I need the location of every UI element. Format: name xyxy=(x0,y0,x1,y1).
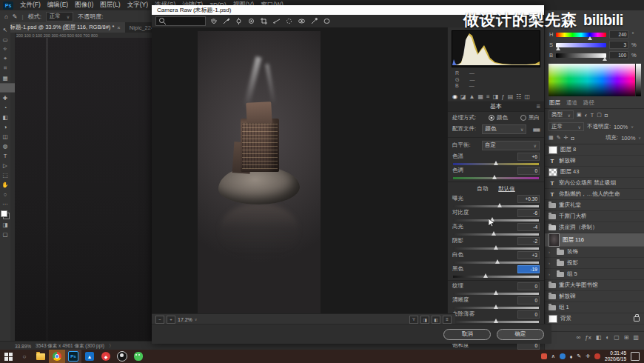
tab-detail-icon[interactable]: ▲ xyxy=(469,93,475,100)
tray-app-icon[interactable] xyxy=(541,353,547,359)
menu-layer[interactable]: 图层(L) xyxy=(100,1,120,10)
tab-tone-curve-icon[interactable]: ◪ xyxy=(460,93,466,100)
slider-track[interactable] xyxy=(453,163,539,165)
tab-channels[interactable]: 通道 xyxy=(566,99,577,107)
lock-position-icon[interactable]: ✛ xyxy=(564,135,568,141)
adjustment-brush-icon[interactable] xyxy=(309,16,319,27)
layer-row[interactable]: ›投影 xyxy=(545,258,644,269)
marquee-tool[interactable]: ▭ xyxy=(1,35,10,44)
quick-mask-icon[interactable]: ◨ xyxy=(1,220,10,229)
lock-pixels-icon[interactable]: ✎ xyxy=(557,135,561,141)
edit-toolbar-icon[interactable]: ⋯ xyxy=(1,199,10,208)
layer-row[interactable]: 图层 43 xyxy=(545,167,644,178)
slider-track[interactable] xyxy=(453,205,539,207)
color-sampler-icon[interactable] xyxy=(233,16,244,27)
slider-value[interactable]: 0 xyxy=(517,310,540,319)
tab-split-toning-icon[interactable]: ≡ xyxy=(486,93,490,100)
slider-value[interactable]: -6 xyxy=(517,209,540,217)
taskbar-photos[interactable]: ▲ xyxy=(81,350,98,363)
layer-row[interactable]: ›组 5 xyxy=(545,269,644,280)
swap-views-button[interactable]: ◧ xyxy=(432,316,440,324)
type-tool[interactable]: T xyxy=(1,151,10,160)
color-spectrum[interactable] xyxy=(549,64,641,96)
slider-track[interactable] xyxy=(453,247,539,250)
slider-track[interactable] xyxy=(453,233,539,236)
blend-mode-select[interactable]: 正常∨ xyxy=(549,122,584,131)
layer-row[interactable]: 千厮门大桥 xyxy=(545,211,644,222)
tray-mic-icon[interactable]: ♦ xyxy=(570,354,573,359)
slider-value[interactable]: 0 xyxy=(517,282,540,290)
healing-tool[interactable]: ✚ xyxy=(1,93,10,102)
tab-effects-icon[interactable]: ƒ xyxy=(501,93,504,100)
slider-value[interactable]: +6 xyxy=(517,153,540,161)
white-balance-eyedropper-icon[interactable] xyxy=(221,16,231,27)
zoom-percent[interactable]: 33.89% xyxy=(15,344,31,349)
targeted-adjustment-icon[interactable] xyxy=(246,16,256,27)
screen-mode-icon[interactable]: ▢ xyxy=(1,230,10,239)
before-after-button[interactable]: ◨ xyxy=(420,316,429,324)
slider-track[interactable] xyxy=(453,307,539,309)
preview-zoom-value[interactable]: 17.2% xyxy=(178,317,192,322)
layer-thumbnail[interactable] xyxy=(549,168,557,176)
tab-hsl-icon[interactable]: ▦ xyxy=(477,93,483,100)
opacity-value[interactable]: 100% xyxy=(614,124,628,130)
new-layer-icon[interactable]: ⊞ xyxy=(624,334,629,341)
tray-usb-icon[interactable]: ✛ xyxy=(586,353,590,359)
b-value[interactable]: 100 xyxy=(609,51,628,59)
mode-select[interactable]: 正常∨ xyxy=(46,12,73,21)
tab-presets-icon[interactable]: ☷ xyxy=(516,93,521,100)
filter-pixel-icon[interactable]: ▣ xyxy=(577,112,582,118)
zoom-tool[interactable]: ○ xyxy=(1,190,10,199)
layer-row[interactable]: 解放碑 xyxy=(545,291,644,302)
slider-track[interactable] xyxy=(453,276,539,278)
new-group-icon[interactable]: ▢ xyxy=(614,334,620,341)
menu-image[interactable]: 图像(I) xyxy=(75,1,93,10)
red-eye-icon[interactable] xyxy=(296,16,306,27)
tab-layers[interactable]: 图层 xyxy=(549,99,560,107)
value-ramp[interactable] xyxy=(635,64,641,96)
history-brush-tool[interactable]: ◧ xyxy=(1,113,10,121)
taskbar-red-app[interactable]: ◆ xyxy=(98,350,114,363)
crop-tool[interactable]: ⌗ xyxy=(1,64,10,73)
layer-row[interactable]: ›装饰 xyxy=(545,247,644,258)
frame-tool[interactable]: ▦ xyxy=(1,73,10,82)
slider-value[interactable]: 0 xyxy=(517,167,540,175)
slider-track[interactable] xyxy=(453,321,539,323)
delete-layer-icon[interactable]: ▥ xyxy=(633,334,639,341)
layer-thumbnail[interactable] xyxy=(549,315,557,323)
layer-mask-icon[interactable]: ◧ xyxy=(596,334,602,341)
slider-value[interactable]: -4 xyxy=(517,223,540,231)
tab-untitled[interactable]: 未标题-1.psd @ 33.9% (图层 116, RGB/8#) * × xyxy=(0,22,125,33)
tab-basic-icon[interactable]: ◉ xyxy=(452,93,457,100)
taskbar-explorer[interactable] xyxy=(33,350,49,363)
process-color-radio[interactable]: 颜色 xyxy=(489,114,508,121)
start-button[interactable] xyxy=(0,350,16,363)
tab-lens-icon[interactable]: ◨ xyxy=(493,93,499,100)
layer-row[interactable]: 重庆礼堂 xyxy=(545,200,644,211)
saturation-slider[interactable] xyxy=(556,43,606,47)
slider-track[interactable] xyxy=(453,262,539,264)
brightness-slider[interactable] xyxy=(556,53,606,58)
chevron-right-icon[interactable]: 〉 xyxy=(109,343,114,350)
chevron-down-icon[interactable]: ∨ xyxy=(195,317,198,322)
layer-style-icon[interactable]: ƒx xyxy=(585,334,591,341)
taskbar-wechat[interactable] xyxy=(130,350,147,363)
slider-value[interactable]: +3 xyxy=(517,251,540,259)
adjustment-layer-icon[interactable]: ◐ xyxy=(606,334,609,341)
expand-icon[interactable]: › xyxy=(549,261,554,265)
foreground-color[interactable] xyxy=(1,210,7,217)
layer-row[interactable]: 组 1 xyxy=(545,302,644,313)
ok-button[interactable]: 确定 xyxy=(497,329,544,340)
layer-row[interactable]: 洪崖洞（录制） xyxy=(545,222,644,233)
link-layers-icon[interactable]: ∞ xyxy=(577,334,581,341)
expand-icon[interactable]: › xyxy=(549,250,554,254)
spot-removal-icon[interactable] xyxy=(284,16,294,27)
process-bw-radio[interactable]: 黑白 xyxy=(520,114,540,121)
filter-smart-icon[interactable]: ◘ xyxy=(605,113,608,118)
tray-pen-icon[interactable]: ✎ xyxy=(577,353,581,359)
expand-icon[interactable]: › xyxy=(549,272,554,276)
auto-link[interactable]: 自动 xyxy=(477,185,488,193)
lasso-tool[interactable]: ⟡ xyxy=(1,44,10,53)
notification-center-icon[interactable] xyxy=(631,352,640,361)
layer-row[interactable]: T你點燃的，…他人的生命 xyxy=(545,189,644,200)
